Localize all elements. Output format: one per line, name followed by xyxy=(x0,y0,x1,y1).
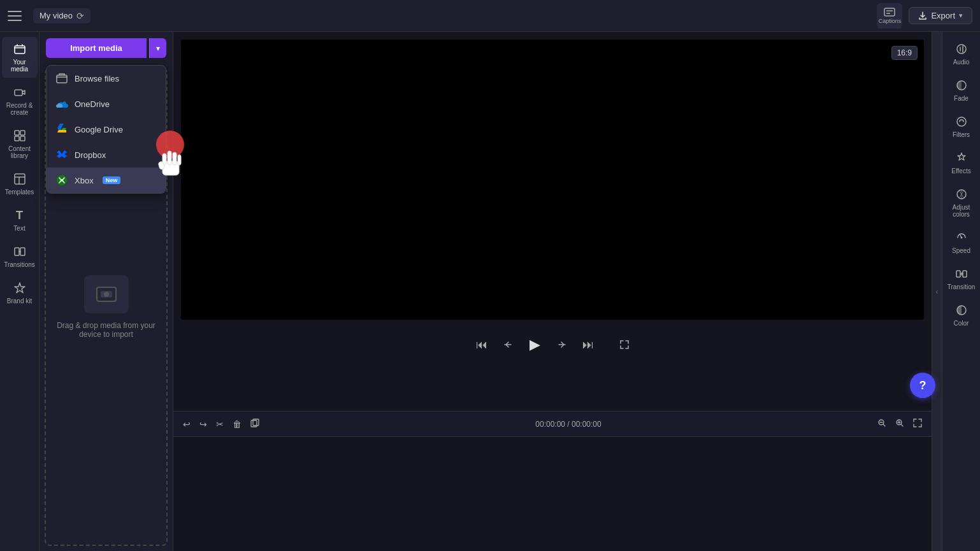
fullscreen-button[interactable] xyxy=(617,337,632,352)
topbar-right: Captions Export ▾ xyxy=(877,3,972,29)
play-button[interactable]: ▶ xyxy=(527,334,543,355)
right-item-audio[interactable]: Audio xyxy=(944,37,979,71)
import-dropdown-menu: Browse files OneDrive xyxy=(46,65,166,194)
svg-rect-9 xyxy=(15,174,25,184)
import-arrow-button[interactable]: ▾ xyxy=(149,38,166,58)
right-item-transition[interactable]: Transition xyxy=(944,262,979,296)
sidebar-item-text[interactable]: T Text xyxy=(2,203,38,237)
step-forward-button[interactable] xyxy=(553,336,570,353)
dropbox-icon xyxy=(55,148,68,161)
right-item-color[interactable]: Color xyxy=(944,298,979,332)
aspect-ratio-badge[interactable]: 16:9 xyxy=(891,46,918,60)
svg-point-30 xyxy=(957,45,966,54)
video-preview: 16:9 xyxy=(181,39,924,320)
svg-rect-5 xyxy=(15,131,19,135)
svg-rect-3 xyxy=(15,46,25,54)
topbar: My video ⟳ Captions Export ▾ xyxy=(0,0,980,32)
right-item-label: Audio xyxy=(953,59,970,66)
duplicate-button[interactable] xyxy=(249,417,261,431)
xbox-label: Xbox xyxy=(75,176,94,185)
right-item-adjust-colors[interactable]: Adjust colors xyxy=(944,182,979,223)
redo-button[interactable]: ↪ xyxy=(198,417,209,431)
xbox-icon xyxy=(55,174,68,187)
right-item-label: Filters xyxy=(953,131,970,138)
help-button[interactable]: ? xyxy=(910,373,935,398)
speed-icon xyxy=(955,231,969,245)
googledrive-item[interactable]: Google Drive xyxy=(47,117,166,142)
delete-button[interactable]: 🗑 xyxy=(231,417,243,431)
browse-files-item[interactable]: Browse files xyxy=(47,66,166,91)
right-item-label: Adjust colors xyxy=(946,204,977,218)
onedrive-item[interactable]: OneDrive xyxy=(47,91,166,117)
svg-rect-7 xyxy=(15,136,19,141)
drag-drop-icon xyxy=(84,275,129,313)
import-panel: Import media ▾ Browse files xyxy=(40,32,173,551)
svg-rect-36 xyxy=(963,271,967,277)
step-back-button[interactable] xyxy=(500,336,517,353)
cut-button[interactable]: ✂ xyxy=(214,417,226,431)
text-icon: T xyxy=(13,208,27,222)
collapse-handle[interactable]: ‹ xyxy=(932,32,942,551)
adjust-colors-icon xyxy=(955,187,969,201)
sidebar-item-label: Transitions xyxy=(4,261,35,268)
import-media-button[interactable]: Import media xyxy=(46,38,147,58)
fit-timeline-button[interactable] xyxy=(911,417,924,431)
svg-rect-13 xyxy=(20,248,25,255)
main-layout: Your media Record & create Content lib xyxy=(0,32,980,551)
undo-button[interactable]: ↩ xyxy=(181,417,192,431)
browse-icon xyxy=(55,72,68,85)
video-icon xyxy=(13,85,27,99)
right-item-fade[interactable]: Fade xyxy=(944,73,979,107)
skip-end-button[interactable]: ⏭ xyxy=(580,336,596,354)
sidebar-item-label: Record & create xyxy=(4,102,35,116)
browse-files-label: Browse files xyxy=(75,74,119,83)
export-arrow: ▾ xyxy=(959,11,963,20)
dropbox-item[interactable]: Dropbox xyxy=(47,142,166,168)
right-item-label: Fade xyxy=(954,95,969,102)
hamburger-menu[interactable] xyxy=(8,7,25,25)
googledrive-label: Google Drive xyxy=(75,125,123,134)
drag-drop-text: Drag & drop media from your device to im… xyxy=(46,321,166,339)
right-sidebar: Audio Fade Filters xyxy=(942,32,980,551)
zoom-out-button[interactable] xyxy=(876,417,888,431)
sidebar-item-label: Templates xyxy=(5,189,34,196)
right-item-filters[interactable]: Filters xyxy=(944,110,979,143)
sidebar-item-label: Brand kit xyxy=(7,297,32,304)
grid-icon xyxy=(13,129,27,143)
video-tab[interactable]: My video ⟳ xyxy=(33,8,90,24)
sidebar-item-brand[interactable]: Brand kit xyxy=(2,276,38,310)
timeline-tracks xyxy=(173,437,932,551)
video-controls: ⏮ ▶ ⏭ xyxy=(173,327,932,362)
export-button[interactable]: Export ▾ xyxy=(909,7,972,24)
svg-rect-14 xyxy=(57,75,67,83)
sidebar-item-content-library[interactable]: Content library xyxy=(2,124,38,164)
sidebar-item-label: Text xyxy=(13,225,25,232)
left-sidebar: Your media Record & create Content lib xyxy=(0,32,40,551)
svg-rect-12 xyxy=(15,248,19,255)
svg-point-32 xyxy=(957,117,966,126)
sidebar-item-record[interactable]: Record & create xyxy=(2,80,38,121)
import-header: Import media ▾ xyxy=(40,32,173,63)
skip-start-button[interactable]: ⏮ xyxy=(473,336,490,354)
onedrive-icon xyxy=(55,97,68,110)
googledrive-icon xyxy=(55,123,68,136)
topbar-left: My video ⟳ xyxy=(8,7,90,25)
sidebar-item-templates[interactable]: Templates xyxy=(2,167,38,201)
filters-icon xyxy=(955,115,969,129)
xbox-item[interactable]: Xbox New xyxy=(47,168,166,193)
svg-rect-4 xyxy=(15,90,22,96)
zoom-in-button[interactable] xyxy=(893,417,906,431)
right-item-speed[interactable]: Speed xyxy=(944,225,979,259)
sidebar-item-label: Your media xyxy=(4,59,35,73)
captions-button[interactable]: Captions xyxy=(877,3,902,29)
svg-rect-22 xyxy=(168,151,171,165)
timeline-tools-left: ↩ ↪ ✂ 🗑 xyxy=(181,417,261,431)
sidebar-item-your-media[interactable]: Your media xyxy=(2,37,38,78)
timeline-timestamp: 00:00:00 / 00:00:00 xyxy=(535,420,601,429)
right-item-effects[interactable]: Effects xyxy=(944,146,979,180)
transitions-icon xyxy=(13,245,27,259)
right-item-label: Color xyxy=(954,320,969,327)
export-label: Export xyxy=(931,11,955,20)
sidebar-item-transitions[interactable]: Transitions xyxy=(2,240,38,273)
right-item-label: Transition xyxy=(948,283,976,290)
